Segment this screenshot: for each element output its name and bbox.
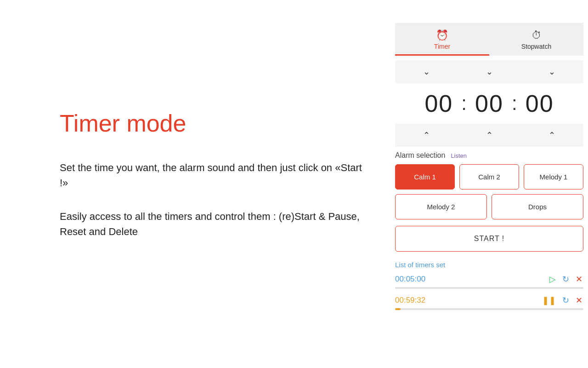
separator-2: : xyxy=(510,92,519,115)
timer-2-pause-button[interactable]: ❚❚ xyxy=(541,294,557,306)
time-display: 00 : 00 : 00 xyxy=(395,83,583,124)
timer-1-progress-fill xyxy=(395,287,583,289)
alarm-melody1[interactable]: Melody 1 xyxy=(524,164,583,190)
alarm-melody2[interactable]: Melody 2 xyxy=(395,194,487,219)
alarm-drops[interactable]: Drops xyxy=(492,194,583,219)
description-1: Set the time you want, the alarm sound a… xyxy=(60,160,363,190)
seconds-value: 00 xyxy=(519,90,560,117)
down-arrows-row: ⌃ ⌃ ⌃ xyxy=(395,124,583,147)
alarm-calm2[interactable]: Calm 2 xyxy=(459,164,519,190)
alarm-calm1[interactable]: Calm 1 xyxy=(395,164,455,190)
minutes-value: 00 xyxy=(469,90,510,117)
alarm-header: Alarm selection Listen xyxy=(395,151,583,160)
alarm-title: Alarm selection xyxy=(395,151,445,160)
timer-2-progress-fill xyxy=(395,308,401,310)
timer-1-controls: ▷ ↻ ✕ xyxy=(548,273,583,285)
listen-button[interactable]: Listen xyxy=(451,152,467,159)
timer-item-1: 00:05:00 ▷ ↻ ✕ xyxy=(395,273,583,289)
timer-2-time: 00:59:32 xyxy=(395,296,541,305)
timer-icon: ⏰ xyxy=(436,29,448,41)
seconds-up-button[interactable]: ⌄ xyxy=(520,64,583,80)
seconds-down-button[interactable]: ⌃ xyxy=(520,127,583,143)
tab-timer-label: Timer xyxy=(434,43,450,50)
tab-stopwatch-label: Stopwatch xyxy=(521,43,551,50)
timer-list-section: List of timers set 00:05:00 ▷ ↻ ✕ 00:59:… xyxy=(395,261,583,316)
tab-bar: ⏰ Timer ⏱ Stopwatch xyxy=(395,23,583,56)
minutes-down-button[interactable]: ⌃ xyxy=(458,127,521,143)
timer-2-reset-button[interactable]: ↻ xyxy=(561,294,570,306)
timer-1-progress-bar xyxy=(395,287,583,289)
tab-stopwatch[interactable]: ⏱ Stopwatch xyxy=(489,23,583,56)
timer-1-reset-button[interactable]: ↻ xyxy=(561,273,570,285)
page-title: Timer mode xyxy=(60,110,363,137)
start-button[interactable]: START ! xyxy=(395,226,583,252)
timer-row-2: 00:59:32 ❚❚ ↻ ✕ xyxy=(395,294,583,306)
right-panel: ⏰ Timer ⏱ Stopwatch ⌄ ⌄ ⌄ 00 : 00 : 00 ⌃… xyxy=(390,0,588,368)
minutes-up-button[interactable]: ⌄ xyxy=(458,64,521,80)
timer-item-2: 00:59:32 ❚❚ ↻ ✕ xyxy=(395,294,583,310)
stopwatch-icon: ⏱ xyxy=(531,29,542,41)
time-picker: ⌄ ⌄ ⌄ 00 : 00 : 00 ⌃ ⌃ ⌃ xyxy=(395,60,583,147)
timer-1-play-button[interactable]: ▷ xyxy=(548,273,557,285)
separator-1: : xyxy=(459,92,469,115)
alarm-section: Alarm selection Listen Calm 1 Calm 2 Mel… xyxy=(395,151,583,219)
timer-list-title: List of timers set xyxy=(395,261,583,269)
timer-2-controls: ❚❚ ↻ ✕ xyxy=(541,294,583,306)
hours-value: 00 xyxy=(418,90,459,117)
timer-2-delete-button[interactable]: ✕ xyxy=(575,294,583,306)
timer-1-delete-button[interactable]: ✕ xyxy=(575,273,583,285)
timer-2-progress-bar xyxy=(395,308,583,310)
description-2: Easily access to all the timers and cont… xyxy=(60,209,363,239)
tab-timer[interactable]: ⏰ Timer xyxy=(395,23,489,56)
timer-row-1: 00:05:00 ▷ ↻ ✕ xyxy=(395,273,583,285)
up-arrows-row: ⌄ ⌄ ⌄ xyxy=(395,60,583,83)
hours-down-button[interactable]: ⌃ xyxy=(395,127,458,143)
alarm-grid: Calm 1 Calm 2 Melody 1 Melody 2 Drops xyxy=(395,164,583,219)
hours-up-button[interactable]: ⌄ xyxy=(395,64,458,80)
timer-1-time: 00:05:00 xyxy=(395,275,548,284)
left-panel: Timer mode Set the time you want, the al… xyxy=(0,0,390,368)
